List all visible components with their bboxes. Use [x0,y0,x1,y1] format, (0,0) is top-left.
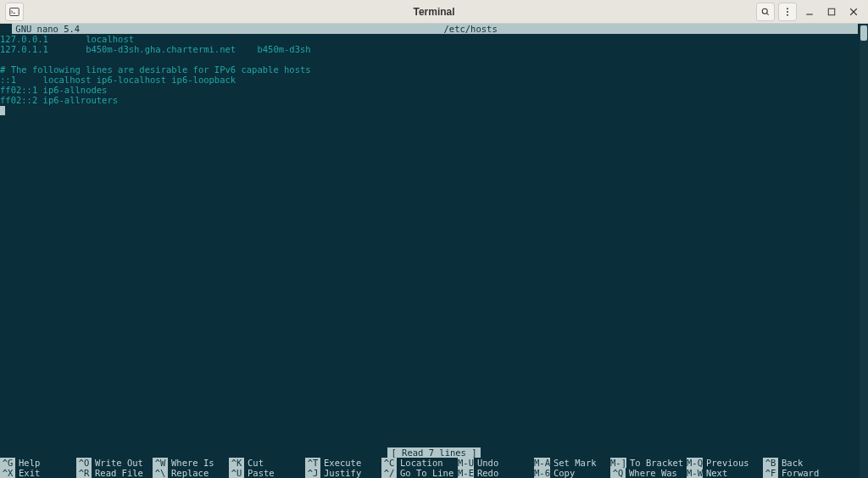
shortcut-label: Go To Line [397,468,453,478]
shortcut-key: ^Q [610,468,626,478]
minimize-button[interactable] [800,3,819,21]
shortcut-label: Redo [474,468,498,478]
shortcut-key: ^J [305,468,320,478]
shortcut-label: Justify [320,468,361,478]
svg-point-2 [762,8,767,14]
vertical-scrollbar[interactable] [860,24,868,478]
terminal-app-icon[interactable] [5,3,24,21]
shortcut-key: M-Q [687,458,703,468]
footer-shortcut: ^XExit [0,468,76,478]
shortcut-key: M-6 [534,468,550,478]
nano-app-label: GNU nano 5.4 [12,24,83,34]
footer-shortcut: ^OWrite Out [76,458,153,468]
shortcut-label: Set Mark [550,458,597,468]
footer-shortcut: ^GHelp [0,458,76,468]
shortcut-key: ^\ [153,468,168,478]
menu-button[interactable] [778,3,797,21]
shortcut-label: Exit [15,468,40,478]
shortcut-key: ^K [229,458,244,468]
footer-shortcut: ^KCut [229,458,305,468]
footer-shortcut: ^WWhere Is [153,458,229,468]
shortcut-key: ^X [0,468,15,478]
shortcut-key: ^T [305,458,320,468]
shortcut-key: M-] [610,458,626,468]
search-button[interactable] [756,3,775,21]
app-window: Terminal GNU nano 5.4 /etc/hosts [0,0,868,478]
footer-shortcut: M-QPrevious [687,458,763,468]
shortcut-key: ^G [0,458,15,468]
shortcut-key: ^W [153,458,168,468]
terminal-viewport[interactable]: GNU nano 5.4 /etc/hosts 127.0.0.1 localh… [0,24,868,478]
maximize-button[interactable] [822,3,841,21]
shortcut-label: Help [15,458,40,468]
svg-point-5 [787,11,788,13]
shortcut-key: ^B [763,458,778,468]
shortcut-key: ^/ [381,468,397,478]
shortcut-label: Where Is [168,458,214,468]
shortcut-key: ^R [76,468,92,478]
shortcut-label: To Bracket [626,458,683,468]
shortcut-label: Replace [168,468,209,478]
footer-shortcut: ^TExecute [305,458,381,468]
footer-shortcut: ^/Go To Line [381,468,458,478]
footer-shortcut: M-6Copy [534,468,610,478]
nano-status-text: [ Read 7 lines ] [387,447,480,458]
nano-filename: /etc/hosts [440,24,500,34]
footer-shortcut: ^\Replace [153,468,229,478]
nano-status-line: [ Read 7 lines ] [0,447,868,458]
shortcut-label: Paste [244,468,275,478]
terminal-icon [9,7,19,17]
shortcut-label: Location [397,458,443,468]
shortcut-key: ^O [76,458,92,468]
footer-shortcut: ^RRead File [76,468,153,478]
nano-header: GNU nano 5.4 /etc/hosts [0,24,868,34]
shortcut-label: Execute [320,458,361,468]
shortcut-label: Forward [778,468,819,478]
maximize-icon [826,7,837,17]
footer-shortcut: ^QWhere Was [610,468,687,478]
footer-shortcut: M-ERedo [458,468,534,478]
shortcut-label: Copy [550,468,575,478]
minimize-icon [804,7,815,17]
cursor [0,106,5,115]
close-button[interactable] [844,3,863,21]
shortcut-label: Back [778,458,803,468]
nano-footer: ^GHelp^OWrite Out^WWhere Is^KCut^TExecut… [0,458,868,478]
shortcut-key: ^F [763,468,778,478]
shortcut-key: ^U [229,468,244,478]
shortcut-key: M-W [687,468,703,478]
svg-rect-8 [828,8,835,15]
svg-line-3 [767,13,769,14]
shortcut-label: Write Out [92,458,143,468]
shortcut-label: Undo [474,458,498,468]
titlebar-left [5,3,24,21]
file-content[interactable]: 127.0.0.1 localhost 127.0.1.1 b450m-d3sh… [0,34,868,447]
footer-row-2: ^XExit^RRead File^\Replace^UPaste^JJusti… [0,468,868,478]
shortcut-label: Read File [92,468,143,478]
svg-rect-0 [10,8,19,15]
footer-shortcut: ^BBack [763,458,839,468]
shortcut-label: Next [703,468,727,478]
footer-shortcut: ^FForward [763,468,839,478]
shortcut-key: ^C [381,458,397,468]
footer-row-1: ^GHelp^OWrite Out^WWhere Is^KCut^TExecut… [0,458,868,468]
shortcut-key: M-U [458,458,474,468]
footer-shortcut: ^CLocation [381,458,458,468]
scrollbar-thumb[interactable] [860,25,867,41]
footer-shortcut: M-UUndo [458,458,534,468]
shortcut-key: M-A [534,458,550,468]
footer-shortcut: M-WNext [687,468,763,478]
shortcut-key: M-E [458,468,474,478]
shortcut-label: Where Was [626,468,677,478]
titlebar-right [756,3,863,21]
footer-shortcut: M-ASet Mark [534,458,610,468]
kebab-icon [782,7,793,17]
footer-shortcut: M-]To Bracket [610,458,687,468]
shortcut-label: Previous [703,458,749,468]
svg-point-6 [787,14,788,15]
footer-shortcut: ^JJustify [305,468,381,478]
close-icon [849,7,859,17]
shortcut-label: Cut [244,458,264,468]
search-icon [760,7,771,17]
titlebar[interactable]: Terminal [0,0,868,24]
